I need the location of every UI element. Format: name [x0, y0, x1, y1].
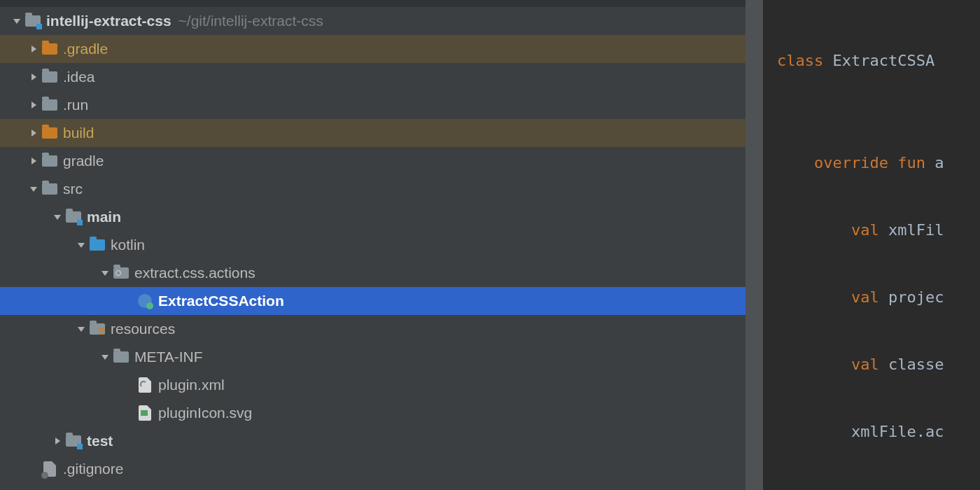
tree-node-gitignore[interactable]: .gitignore — [0, 455, 746, 483]
module-folder-icon — [25, 14, 41, 28]
module-folder-icon — [66, 434, 81, 448]
node-label: kotlin — [111, 237, 145, 253]
node-label: build — [63, 125, 94, 141]
chevron-right-icon[interactable] — [25, 46, 42, 52]
code-line: class ExtractCSSA — [763, 45, 980, 77]
folder-icon — [42, 98, 57, 112]
node-label: plugin.xml — [158, 377, 225, 393]
node-label: extract.css.actions — [134, 265, 255, 281]
node-label: src — [63, 181, 83, 197]
tree-node-gradle[interactable]: .gradle — [0, 35, 746, 63]
tree-node-extractcssaction[interactable]: ExtractCSSAction — [0, 287, 746, 315]
chevron-right-icon[interactable] — [25, 130, 42, 136]
node-label: .gradle — [63, 41, 108, 57]
chevron-right-icon[interactable] — [25, 74, 42, 80]
tree-node-test[interactable]: test — [0, 427, 746, 455]
tree-node-package[interactable]: extract.css.actions — [0, 259, 746, 287]
folder-icon — [42, 42, 57, 56]
code-line: val projec — [763, 281, 980, 314]
package-icon — [113, 266, 129, 280]
code-line: overri — [763, 483, 980, 490]
node-label: ExtractCSSAction — [158, 293, 284, 309]
node-label: .idea — [63, 69, 95, 85]
tree-root[interactable]: intellij-extract-css ~/git/intellij-extr… — [0, 7, 746, 35]
xml-file-icon — [137, 378, 153, 392]
folder-icon — [42, 182, 57, 196]
node-label: pluginIcon.svg — [158, 405, 252, 421]
folder-icon — [42, 126, 57, 140]
tree-node-gradle-dir[interactable]: gradle — [0, 147, 746, 175]
chevron-down-icon[interactable] — [49, 214, 66, 220]
tree-node-main[interactable]: main — [0, 203, 746, 231]
folder-icon — [42, 70, 57, 84]
tree-node-src[interactable]: src — [0, 175, 746, 203]
panel-splitter[interactable] — [746, 0, 763, 490]
resources-folder-icon — [90, 322, 105, 336]
module-folder-icon — [66, 210, 81, 224]
kotlin-class-icon — [137, 294, 153, 308]
chevron-right-icon[interactable] — [25, 158, 42, 164]
code-line: xmlFile.ac — [763, 416, 980, 448]
chevron-down-icon[interactable] — [97, 354, 113, 360]
node-label: gradle — [63, 153, 104, 169]
tree-node-kotlin[interactable]: kotlin — [0, 231, 746, 259]
tree-node-metainf[interactable]: META-INF — [0, 343, 746, 371]
chevron-down-icon[interactable] — [97, 270, 113, 276]
panel-topbar — [0, 0, 746, 7]
project-tree-panel[interactable]: intellij-extract-css ~/git/intellij-extr… — [0, 0, 746, 490]
tree-node-pluginxml[interactable]: plugin.xml — [0, 371, 746, 399]
gitignore-file-icon — [42, 462, 57, 476]
folder-icon — [42, 154, 57, 168]
node-label: META-INF — [134, 349, 203, 365]
code-line: val xmlFil — [763, 214, 980, 246]
code-line: override fun a — [763, 147, 980, 179]
chevron-down-icon[interactable] — [25, 186, 42, 192]
chevron-right-icon[interactable] — [25, 102, 42, 108]
chevron-down-icon[interactable] — [73, 326, 90, 332]
node-label: .gitignore — [63, 461, 123, 477]
node-label: .run — [63, 97, 88, 113]
root-path: ~/git/intellij-extract-css — [178, 13, 323, 29]
tree-node-run[interactable]: .run — [0, 91, 746, 119]
node-label: test — [87, 433, 113, 449]
chevron-down-icon[interactable] — [73, 241, 90, 248]
svg-file-icon — [137, 406, 153, 420]
node-label: main — [87, 209, 121, 225]
node-label: resources — [111, 321, 175, 337]
tree-node-build[interactable]: build — [0, 119, 746, 147]
chevron-right-icon[interactable] — [49, 438, 66, 444]
source-folder-icon — [90, 238, 105, 252]
root-name: intellij-extract-css — [46, 13, 172, 29]
tree-node-idea[interactable]: .idea — [0, 63, 746, 91]
tree-node-pluginsvg[interactable]: pluginIcon.svg — [0, 399, 746, 427]
chevron-down-icon[interactable] — [8, 18, 25, 24]
code-line: val classe — [763, 349, 980, 381]
folder-icon — [113, 350, 129, 364]
code-editor[interactable]: class ExtractCSSA override fun a val xml… — [763, 0, 980, 490]
tree-node-resources[interactable]: resources — [0, 315, 746, 343]
